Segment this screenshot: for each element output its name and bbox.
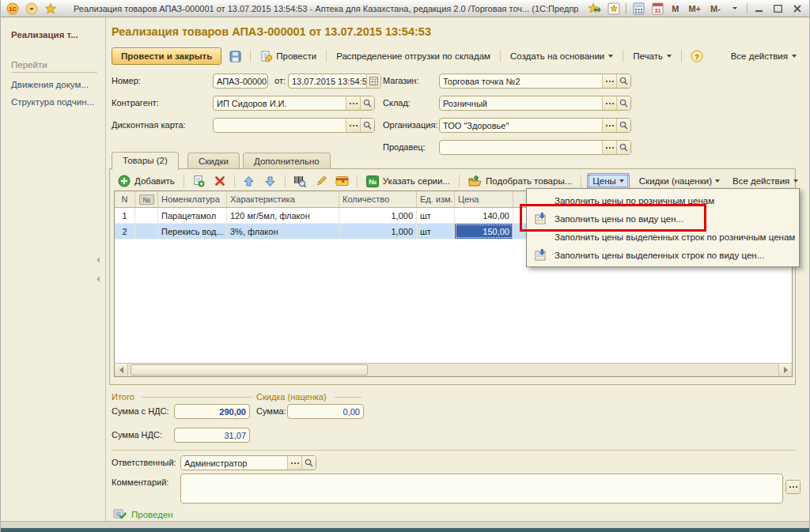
memory-add-button[interactable]: M+ [686, 4, 703, 13]
cell-price[interactable]: 140,00 [455, 208, 513, 223]
specify-series-button[interactable]: № Указать серии... [363, 173, 453, 190]
memory-subtract-button[interactable]: M- [708, 4, 723, 13]
menu-item-fill-selected-rows-by-kind[interactable]: Заполнить цены выделенных строк по виду … [527, 246, 799, 264]
counterparty-field[interactable]: ИП Сидоров И.И. [213, 96, 375, 111]
choose-button[interactable] [346, 119, 360, 132]
scroll-left-button[interactable] [115, 364, 128, 376]
number-field[interactable]: АПАЗ-000001 [213, 74, 268, 89]
responsible-field[interactable]: Администратор [180, 455, 316, 470]
search-icon [363, 121, 372, 130]
open-button[interactable] [301, 456, 316, 470]
move-up-button[interactable] [240, 173, 258, 189]
open-button[interactable] [616, 141, 630, 154]
column-header-price[interactable]: Цена [455, 191, 513, 207]
choose-button[interactable] [602, 74, 616, 88]
post-and-close-button[interactable]: Провести и закрыть [112, 47, 221, 65]
ellipsis-icon [789, 486, 797, 488]
column-header-unit[interactable]: Ед. изм. [417, 191, 455, 207]
discounts-menu-button[interactable]: Скидки (наценки) [634, 173, 725, 189]
toolbar-separator [357, 175, 358, 187]
sum-with-vat-field[interactable]: 290,00 [174, 404, 250, 419]
date-picker-button[interactable] [366, 74, 380, 88]
choose-button[interactable] [602, 119, 616, 132]
grid-all-actions-button[interactable]: Все действия [729, 174, 801, 188]
delete-row-button[interactable] [211, 173, 229, 189]
prices-menu-button[interactable]: Цены [587, 173, 630, 189]
column-header-n[interactable]: N [115, 191, 135, 207]
column-header-quantity[interactable]: Количество [339, 191, 417, 207]
date-field[interactable]: 13.07.2015 13:54:53 [288, 74, 381, 89]
favorites-list-icon[interactable] [607, 2, 621, 16]
cell-price-selected[interactable]: 150,00 [455, 224, 513, 239]
discount-card-field[interactable] [213, 118, 375, 133]
calculator-icon[interactable] [631, 2, 645, 16]
horizontal-scrollbar[interactable] [115, 363, 792, 376]
move-down-button[interactable] [262, 173, 279, 189]
scrollbar-thumb[interactable] [131, 364, 368, 375]
choose-button[interactable] [602, 96, 616, 110]
open-button[interactable] [360, 96, 374, 110]
cell-nomenclature[interactable]: Парацетамол [158, 208, 227, 223]
sidebar-item-document-movements[interactable]: Движения докум... [11, 80, 97, 89]
cell-quantity[interactable]: 1,000 [339, 224, 417, 239]
discount-card-button[interactable] [334, 173, 351, 189]
open-button[interactable] [616, 74, 630, 88]
cell-nomenclature[interactable]: Перекись вод... [158, 224, 227, 239]
cell-characteristic[interactable]: 3%, флакон [227, 224, 339, 239]
tab-goods[interactable]: Товары (2) [112, 152, 179, 170]
print-button[interactable]: Печать [630, 49, 675, 63]
choose-button[interactable] [602, 141, 616, 154]
system-menu-button[interactable] [25, 2, 39, 16]
open-button[interactable] [616, 119, 630, 132]
choose-button[interactable] [346, 96, 360, 110]
memory-recall-button[interactable]: M [669, 4, 681, 13]
cell-unit[interactable]: шт [417, 224, 455, 239]
barcode-scan-button[interactable] [291, 173, 308, 189]
add-row-button[interactable]: Добавить [115, 172, 178, 190]
calendar-icon[interactable]: 31 [650, 2, 664, 16]
column-header-characteristic[interactable]: Характеристика [227, 191, 339, 207]
column-header-series[interactable]: № [135, 191, 158, 207]
open-button[interactable] [360, 119, 374, 132]
cell-unit[interactable]: шт [417, 208, 455, 223]
sidebar-item-subordinate-structure[interactable]: Структура подчин... [11, 97, 97, 107]
seller-field[interactable] [439, 140, 631, 155]
cell-characteristic[interactable]: 120 мг/5мл, флакон [227, 208, 339, 223]
copy-row-button[interactable] [190, 173, 207, 189]
scroll-right-button[interactable] [778, 364, 792, 376]
ellipsis-button[interactable] [786, 481, 800, 493]
discount-sum-field[interactable]: 0,00 [287, 404, 364, 419]
choose-button[interactable] [287, 456, 301, 470]
warehouse-field[interactable]: Розничный [439, 96, 631, 111]
post-button[interactable]: Провести [257, 48, 320, 65]
cell-series[interactable] [135, 208, 158, 223]
sidebar-splitter[interactable] [97, 257, 100, 282]
distribute-shipment-button[interactable]: Распределение отгрузки по складам [333, 49, 494, 63]
cell-quantity[interactable]: 1,000 [339, 208, 417, 223]
all-actions-button[interactable]: Все действия [728, 49, 800, 63]
memory-dropdown-icon[interactable] [728, 2, 742, 16]
save-button[interactable] [226, 48, 244, 64]
vat-sum-field[interactable]: 31,07 [174, 428, 250, 443]
favorites-star-icon[interactable] [44, 2, 58, 16]
cell-series[interactable] [135, 224, 158, 239]
create-based-on-button[interactable]: Создать на основании [507, 49, 616, 63]
organization-field[interactable]: ТОО "Здоровье" [439, 118, 631, 133]
tab-additional[interactable]: Дополнительно [243, 153, 331, 169]
cell-line-number[interactable]: 2 [115, 224, 135, 239]
sidebar-item-current-document[interactable]: Реализация т... [11, 30, 97, 40]
store-field[interactable]: Торговая точка №2 [439, 74, 631, 89]
minimize-button[interactable] [752, 2, 766, 16]
cell-line-number[interactable]: 1 [115, 208, 135, 223]
close-button[interactable] [790, 2, 804, 16]
pick-goods-button[interactable]: Подобрать товары... [465, 173, 575, 190]
help-button[interactable]: ? [688, 48, 706, 64]
comment-field[interactable] [180, 474, 783, 504]
column-header-nomenclature[interactable]: Номенклатура [158, 191, 227, 207]
tab-discounts[interactable]: Скидки [187, 153, 240, 169]
comment-expand-button[interactable] [785, 480, 801, 494]
maximize-button[interactable] [771, 2, 785, 16]
open-button[interactable] [616, 96, 630, 110]
add-favorite-icon[interactable] [588, 2, 602, 16]
label-pencil-button[interactable] [312, 173, 330, 189]
